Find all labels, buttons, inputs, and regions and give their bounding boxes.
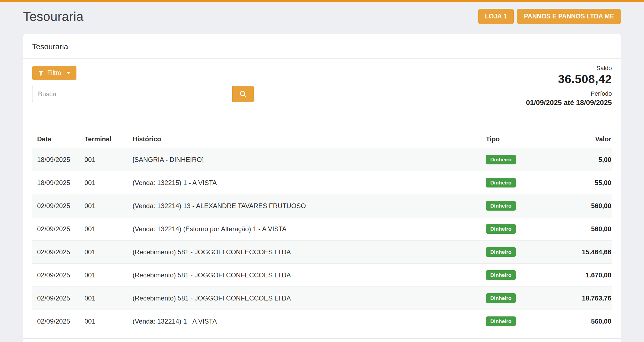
table-row: 02/09/2025 001 (Recebimento) 581 - JOGGO… (32, 264, 612, 287)
cell-valor: 560,00 (541, 310, 612, 333)
cell-data: 02/09/2025 (32, 241, 84, 264)
tipo-badge: Dinheiro (486, 247, 516, 257)
search-input[interactable] (32, 86, 232, 102)
cell-historico: (Recebimento) 581 - JOGGOFI CONFECCOES L… (133, 287, 486, 310)
tipo-badge: Dinheiro (486, 293, 516, 303)
table-row: 02/09/2025 001 (Venda: 132214) 1 - A VIS… (32, 310, 612, 333)
search-button[interactable] (232, 86, 254, 102)
header-buttons: LOJA 1 PANNOS E PANNOS LTDA ME (478, 9, 621, 24)
cell-valor: 1.670,00 (541, 264, 612, 287)
cell-data: 02/09/2025 (32, 217, 84, 241)
store-button[interactable]: LOJA 1 (478, 9, 514, 24)
tipo-badge: Dinheiro (486, 270, 516, 280)
cell-terminal: 001 (84, 171, 133, 194)
cell-historico: (Recebimento) 581 - JOGGOFI CONFECCOES L… (133, 264, 486, 287)
cell-tipo: Dinheiro (486, 148, 541, 171)
cell-historico: (Venda: 132215) 1 - A VISTA (133, 171, 486, 194)
cell-valor: 15.464,66 (541, 241, 612, 264)
cell-data: 18/09/2025 (32, 171, 84, 194)
table-row: 18/09/2025 001 (Venda: 132215) 1 - A VIS… (32, 171, 612, 194)
cell-historico: (Venda: 132214) 1 - A VISTA (133, 310, 486, 333)
page-header: Tesouraria LOJA 1 PANNOS E PANNOS LTDA M… (0, 2, 644, 24)
cell-terminal: 001 (84, 148, 133, 171)
search-group (32, 86, 254, 102)
periodo-label: Período (526, 90, 612, 97)
filter-icon (38, 70, 44, 76)
page-title: Tesouraria (23, 9, 84, 24)
column-header-data: Data (32, 133, 84, 148)
table-row: 02/09/2025 001 (Recebimento) 581 - JOGGO… (32, 241, 612, 264)
cell-terminal: 001 (84, 217, 133, 241)
company-button[interactable]: PANNOS E PANNOS LTDA ME (517, 9, 621, 24)
card-title: Tesouraria (23, 34, 621, 59)
cell-terminal: 001 (84, 264, 133, 287)
tipo-badge: Dinheiro (486, 201, 516, 211)
cell-terminal: 001 (84, 241, 133, 264)
cell-terminal: 001 (84, 310, 133, 333)
cell-tipo: Dinheiro (486, 217, 541, 241)
caret-down-icon (66, 72, 71, 74)
saldo-label: Saldo (526, 65, 612, 72)
tesouraria-card: Tesouraria Filtro (23, 34, 621, 342)
column-header-terminal: Terminal (84, 133, 133, 148)
table-row: 02/09/2025 001 (Venda: 132214) 13 - ALEX… (32, 194, 612, 217)
cell-historico: [SANGRIA - DINHEIRO] (133, 148, 486, 171)
table-header-row: Data Terminal Histórico Tipo Valor (32, 133, 612, 148)
tipo-badge: Dinheiro (486, 155, 516, 164)
column-header-tipo: Tipo (486, 133, 541, 148)
cell-valor: 18.763,76 (541, 287, 612, 310)
column-header-historico: Histórico (133, 133, 486, 148)
cell-data: 02/09/2025 (32, 310, 84, 333)
tipo-badge: Dinheiro (486, 316, 516, 326)
cell-tipo: Dinheiro (486, 241, 541, 264)
table-row: 18/09/2025 001 [SANGRIA - DINHEIRO] Dinh… (32, 148, 612, 171)
tipo-badge: Dinheiro (486, 178, 516, 187)
table-row: 02/09/2025 001 (Venda: 132214) (Estorno … (32, 217, 612, 241)
cell-historico: (Venda: 132214) 13 - ALEXANDRE TAVARES F… (133, 194, 486, 217)
search-icon (239, 90, 247, 98)
cell-valor: 560,00 (541, 194, 612, 217)
cell-data: 18/09/2025 (32, 148, 84, 171)
cell-historico: (Venda: 132214) (Estorno por Alteração) … (133, 217, 486, 241)
cell-tipo: Dinheiro (486, 264, 541, 287)
transactions-table: Data Terminal Histórico Tipo Valor 18/09… (32, 133, 612, 333)
cell-valor: 560,00 (541, 217, 612, 241)
balance-summary: Saldo 36.508,42 Período 01/09/2025 até 1… (526, 65, 612, 107)
filter-button[interactable]: Filtro (32, 66, 76, 80)
cell-terminal: 001 (84, 287, 133, 310)
cell-data: 02/09/2025 (32, 287, 84, 310)
saldo-value: 36.508,42 (526, 72, 612, 86)
table-row: 02/09/2025 001 (Recebimento) 581 - JOGGO… (32, 287, 612, 310)
card-body: Filtro Saldo 36.508,42 Período (23, 59, 621, 333)
table-total: Total - 8 encontrado(s) (23, 338, 621, 342)
cell-data: 02/09/2025 (32, 264, 84, 287)
column-header-valor: Valor (541, 133, 612, 148)
cell-historico: (Recebimento) 581 - JOGGOFI CONFECCOES L… (133, 241, 486, 264)
cell-data: 02/09/2025 (32, 194, 84, 217)
toolbar: Filtro (32, 66, 612, 102)
periodo-value: 01/09/2025 até 18/09/2025 (526, 98, 612, 107)
cell-terminal: 001 (84, 194, 133, 217)
cell-tipo: Dinheiro (486, 310, 541, 333)
cell-valor: 5,00 (541, 148, 612, 171)
tipo-badge: Dinheiro (486, 224, 516, 234)
cell-valor: 55,00 (541, 171, 612, 194)
cell-tipo: Dinheiro (486, 287, 541, 310)
cell-tipo: Dinheiro (486, 171, 541, 194)
cell-tipo: Dinheiro (486, 194, 541, 217)
filter-button-label: Filtro (47, 69, 61, 77)
